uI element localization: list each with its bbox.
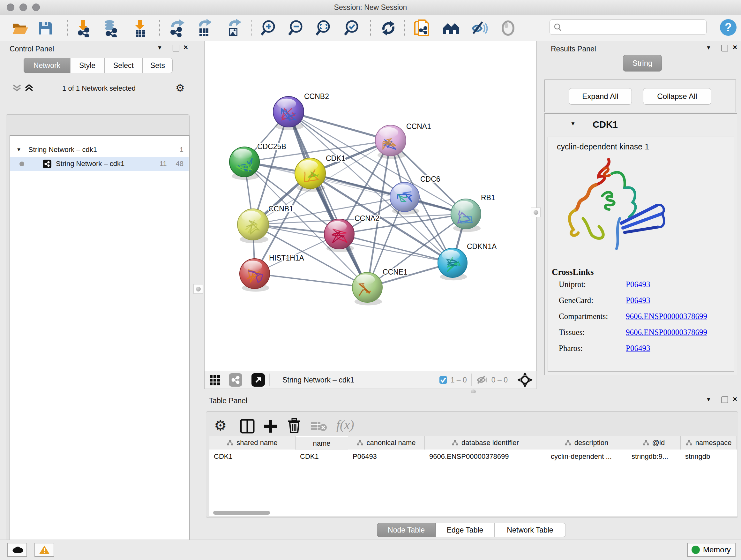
control-panel-float-icon[interactable] bbox=[173, 45, 179, 51]
crosslink-link[interactable]: P06493 bbox=[626, 344, 650, 353]
refresh-view-icon[interactable] bbox=[379, 19, 398, 37]
collapse-all-chevron-icon[interactable] bbox=[12, 84, 23, 92]
help-icon[interactable]: ? bbox=[719, 18, 737, 37]
tab-string[interactable]: String bbox=[623, 55, 662, 71]
network-row[interactable]: String Network – cdk1 11 48 bbox=[10, 157, 189, 171]
zoom-out-icon[interactable] bbox=[286, 19, 305, 37]
add-column-icon[interactable] bbox=[263, 419, 278, 434]
network-options-gear-icon[interactable]: ⚙ bbox=[176, 82, 185, 94]
table-row[interactable]: CDK1CDK1P064939606.ENSP00000378699cyclin… bbox=[209, 450, 737, 463]
results-panel-float-icon[interactable] bbox=[722, 45, 728, 51]
network-view-canvas[interactable]: CCNB2CCNA1CDC25BCDK1CDC6RB1CCNB1CCNA2CDK… bbox=[204, 41, 537, 371]
tab-network[interactable]: Network bbox=[23, 58, 70, 73]
crosslink-label: Tissues: bbox=[559, 328, 626, 337]
graph-node-CCNB2[interactable] bbox=[273, 97, 304, 130]
crosslink-link[interactable]: 9606.ENSP00000378699 bbox=[626, 312, 707, 321]
tab-network-table[interactable]: Network Table bbox=[494, 523, 566, 537]
export-network-icon[interactable] bbox=[168, 19, 186, 37]
crosslink-link[interactable]: 9606.ENSP00000378699 bbox=[626, 328, 707, 337]
table-panel-close-icon[interactable]: × bbox=[733, 395, 737, 403]
crosslink-label: GeneCard: bbox=[559, 296, 626, 305]
tab-sets[interactable]: Sets bbox=[143, 58, 173, 73]
memory-button[interactable]: Memory bbox=[687, 543, 736, 557]
string-home-icon[interactable] bbox=[442, 19, 461, 37]
graph-node-CDC6[interactable] bbox=[390, 182, 419, 214]
graph-node-CCNB1[interactable] bbox=[238, 209, 269, 243]
show-columns-icon[interactable] bbox=[240, 419, 255, 434]
tab-edge-table[interactable]: Edge Table bbox=[435, 523, 494, 537]
collection-expander-icon[interactable]: ▼ bbox=[16, 147, 21, 152]
cell-@id[interactable]: stringdb:9... bbox=[627, 450, 681, 463]
control-panel-close-icon[interactable]: × bbox=[184, 43, 188, 52]
table-panel-collapse-icon[interactable]: ▼ bbox=[706, 396, 711, 403]
footer-separator bbox=[471, 374, 472, 386]
tab-select[interactable]: Select bbox=[105, 58, 143, 73]
right-splitter-handle[interactable] bbox=[531, 207, 541, 217]
cell-canonical-name[interactable]: P06493 bbox=[348, 450, 425, 463]
import-network-from-file-icon[interactable] bbox=[74, 19, 92, 37]
fit-selected-crosshair-icon[interactable] bbox=[517, 372, 533, 388]
network-overview-icon[interactable] bbox=[229, 373, 242, 387]
results-panel-close-icon[interactable]: × bbox=[733, 43, 737, 52]
graph-node-CDK1[interactable] bbox=[295, 158, 326, 192]
column-header-database-identifier[interactable]: database identifier bbox=[425, 436, 546, 449]
graph-node-HIST1H1A[interactable] bbox=[240, 259, 270, 292]
import-network-from-database-icon[interactable] bbox=[101, 19, 120, 37]
control-panel-collapse-icon[interactable]: ▼ bbox=[157, 45, 162, 51]
graph-node-CCNA1[interactable] bbox=[375, 125, 406, 159]
cell-database-identifier[interactable]: 9606.ENSP00000378699 bbox=[425, 450, 546, 463]
expand-all-chevron-icon[interactable] bbox=[24, 84, 35, 92]
open-file-icon[interactable] bbox=[10, 19, 29, 37]
birds-eye-view-icon[interactable] bbox=[209, 373, 223, 387]
cell-shared-name[interactable]: CDK1 bbox=[209, 450, 295, 463]
graph-node-CCNE1[interactable] bbox=[352, 272, 382, 305]
zoom-in-icon[interactable] bbox=[259, 19, 278, 37]
table-header-row: shared namenamecanonical namedatabase id… bbox=[209, 436, 737, 450]
export-image-icon[interactable] bbox=[225, 19, 243, 37]
cell-namespace[interactable]: stringdb bbox=[681, 450, 737, 463]
table-panel-float-icon[interactable] bbox=[722, 396, 728, 403]
expand-all-button[interactable]: Expand All bbox=[569, 88, 632, 105]
search-box[interactable] bbox=[549, 19, 706, 35]
column-header-shared-name[interactable]: shared name bbox=[209, 436, 295, 449]
collapse-all-button[interactable]: Collapse All bbox=[643, 88, 711, 105]
graph-node-label-CDC25B: CDC25B bbox=[257, 142, 286, 151]
warnings-button[interactable] bbox=[35, 543, 54, 557]
graph-node-RB1[interactable] bbox=[451, 199, 481, 232]
network-collection-row[interactable]: ▼ String Network – cdk1 1 bbox=[10, 143, 189, 157]
crosslink-link[interactable]: P06493 bbox=[626, 296, 650, 305]
column-header-@id[interactable]: @id bbox=[627, 436, 681, 449]
horizontal-scrollbar-thumb[interactable] bbox=[213, 511, 270, 515]
string-protocols-icon[interactable] bbox=[414, 19, 432, 37]
hide-glass-effects-icon[interactable] bbox=[469, 19, 488, 37]
open-in-new-window-icon[interactable] bbox=[252, 373, 265, 387]
zoom-selected-icon[interactable] bbox=[342, 19, 361, 37]
graph-node-CDKN1A[interactable] bbox=[438, 248, 467, 280]
left-splitter-handle[interactable] bbox=[193, 284, 203, 294]
export-table-icon[interactable] bbox=[195, 19, 213, 37]
zoom-fit-icon[interactable] bbox=[314, 19, 333, 37]
save-session-icon[interactable] bbox=[36, 19, 55, 37]
results-panel-collapse-icon[interactable]: ▼ bbox=[706, 45, 711, 51]
search-input[interactable] bbox=[562, 23, 700, 32]
selected-checkbox-icon[interactable] bbox=[439, 376, 448, 384]
column-header-canonical-name[interactable]: canonical name bbox=[348, 436, 425, 449]
column-header-description[interactable]: description bbox=[546, 436, 627, 449]
protein-expander-icon[interactable]: ▼ bbox=[570, 121, 576, 127]
cell-name[interactable]: CDK1 bbox=[295, 450, 348, 463]
column-header-name[interactable]: name bbox=[295, 437, 348, 450]
graph-node-CDC25B[interactable] bbox=[229, 147, 259, 180]
delete-column-icon[interactable] bbox=[286, 418, 302, 434]
table-tabs: Node TableEdge TableNetwork Table bbox=[377, 523, 566, 537]
import-table-from-file-icon[interactable] bbox=[131, 19, 149, 37]
show-glass-effects-icon[interactable] bbox=[499, 19, 517, 37]
crosslink-link[interactable]: P06493 bbox=[626, 280, 650, 289]
graph-edge-HIST1H1A-CCNE1[interactable] bbox=[255, 273, 367, 287]
column-header-namespace[interactable]: namespace bbox=[681, 436, 737, 449]
tab-style[interactable]: Style bbox=[70, 58, 105, 73]
table-gear-icon[interactable]: ⚙ bbox=[214, 417, 226, 434]
cloud-status-button[interactable] bbox=[7, 543, 27, 557]
graph-node-CCNA2[interactable] bbox=[324, 219, 354, 252]
tab-node-table[interactable]: Node Table bbox=[377, 523, 435, 537]
cell-description[interactable]: cyclin-dependent ... bbox=[546, 450, 627, 463]
